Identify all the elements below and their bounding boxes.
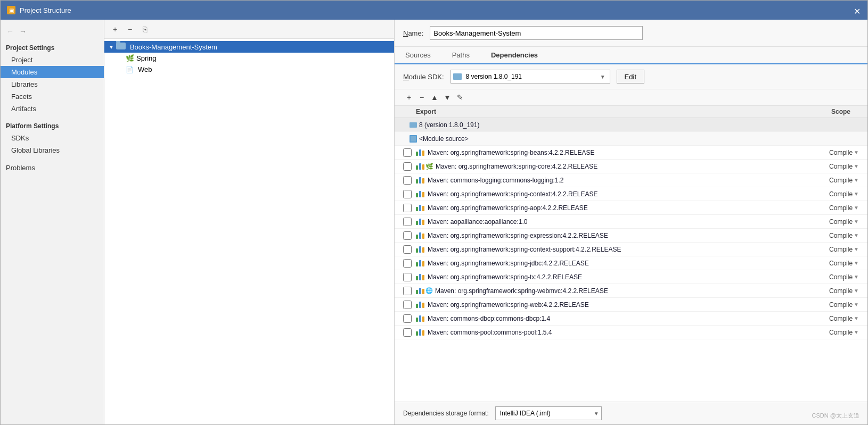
dep-scope-6: Compile▼ xyxy=(816,232,859,239)
sdk-select-value: 8 version 1.8.0_191 xyxy=(464,73,600,80)
edit-dep-button[interactable]: ✎ xyxy=(454,91,466,103)
dep-checkbox-6[interactable] xyxy=(403,231,412,240)
sidebar-item-libraries[interactable]: Libraries xyxy=(1,78,104,90)
chevron-down-icon: ▼ xyxy=(854,302,859,307)
module-sdk-select[interactable]: 8 version 1.8.0_191 ▼ xyxy=(451,70,610,84)
storage-format-select[interactable]: IntelliJ IDEA (.iml) ▼ xyxy=(495,406,602,420)
sdk-folder-icon xyxy=(453,73,462,80)
tree-item-spring[interactable]: 🌿 Spring xyxy=(121,53,394,64)
dep-row-6[interactable]: Maven: org.springframework:spring-expres… xyxy=(395,229,867,243)
storage-format-label: Dependencies storage format: xyxy=(403,410,489,417)
sidebar: ← → Project Settings Project Modules Lib… xyxy=(1,20,104,424)
dep-checkbox-3[interactable] xyxy=(403,190,412,198)
dep-name-13: Maven: commons-pool:commons-pool:1.5.4 xyxy=(428,329,816,336)
window-title: Project Structure xyxy=(20,6,71,14)
sidebar-item-global-libraries[interactable]: Global Libraries xyxy=(1,144,104,156)
chevron-down-icon: ▼ xyxy=(854,205,859,211)
sidebar-item-sdks[interactable]: SDKs xyxy=(1,132,104,144)
module-tree-panel: + − ⎘ ▼ Books-Management-System 🌿 xyxy=(104,20,395,424)
platform-settings-title: Platform Settings xyxy=(1,119,104,132)
dep-scope-10: Compile▼ xyxy=(816,287,859,295)
close-button[interactable]: ✕ xyxy=(854,6,861,14)
dep-scope-5: Compile▼ xyxy=(816,218,859,226)
module-tree: ▼ Books-Management-System 🌿 Spring 📄 xyxy=(104,39,394,424)
dep-scope-0: Compile▼ xyxy=(816,149,859,156)
dep-checkbox-4[interactable] xyxy=(403,204,412,212)
tree-item-web[interactable]: 📄 Web xyxy=(121,64,394,75)
move-up-dep-button[interactable]: ▲ xyxy=(429,91,440,103)
dep-checkbox-2[interactable] xyxy=(403,176,412,185)
dep-row-7[interactable]: Maven: org.springframework:spring-contex… xyxy=(395,243,867,256)
dep-row-13[interactable]: Maven: commons-pool:commons-pool:1.5.4 C… xyxy=(395,326,867,339)
dep-row-sdk[interactable]: 8 (version 1.8.0_191) xyxy=(395,118,867,132)
maven-icon-5 xyxy=(416,219,424,225)
dep-name-6: Maven: org.springframework:spring-expres… xyxy=(428,232,816,239)
dep-row-2[interactable]: Maven: commons-logging:commons-logging:1… xyxy=(395,173,867,187)
remove-module-button[interactable]: − xyxy=(124,23,136,36)
tree-item-books-management[interactable]: ▼ Books-Management-System xyxy=(104,41,394,53)
dep-row-module-source[interactable]: <Module source> xyxy=(395,132,867,146)
dep-row-10[interactable]: 🌐 Maven: org.springframework:spring-webm… xyxy=(395,284,867,298)
dep-row-1[interactable]: 🌿 Maven: org.springframework:spring-core… xyxy=(395,160,867,173)
dep-checkbox-10[interactable] xyxy=(403,287,412,295)
add-module-button[interactable]: + xyxy=(109,23,121,36)
tab-paths[interactable]: Paths xyxy=(441,47,480,64)
maven-icon-4 xyxy=(416,205,424,211)
add-dep-button[interactable]: + xyxy=(403,91,415,103)
nav-arrows: ← → xyxy=(1,24,104,41)
chevron-down-icon: ▼ xyxy=(854,246,859,252)
dep-checkbox-13[interactable] xyxy=(403,328,412,337)
dep-row-5[interactable]: Maven: aopalliance:aopalliance:1.0 Compi… xyxy=(395,215,867,229)
project-structure-window: ▣ Project Structure ✕ ← → Project Settin… xyxy=(0,0,868,425)
dep-checkbox-1[interactable] xyxy=(403,162,412,171)
deps-table-header: Export Scope xyxy=(395,106,867,118)
tree-children: 🌿 Spring 📄 Web xyxy=(104,53,394,75)
sidebar-divider-1 xyxy=(1,115,104,119)
sidebar-item-facets[interactable]: Facets xyxy=(1,90,104,103)
move-down-dep-button[interactable]: ▼ xyxy=(441,91,453,103)
maven-icon-11 xyxy=(416,302,424,308)
module-name-input[interactable] xyxy=(430,26,643,40)
dependencies-table: Export Scope 8 (version 1.8.0_191) <Modu… xyxy=(395,106,867,402)
dep-row-0[interactable]: Maven: org.springframework:spring-beans:… xyxy=(395,146,867,160)
module-source-dep-name: <Module source> xyxy=(419,135,816,143)
back-button[interactable]: ← xyxy=(5,26,15,37)
tab-sources[interactable]: Sources xyxy=(395,47,441,64)
maven-icon-13 xyxy=(416,329,424,336)
dep-scope-1: Compile▼ xyxy=(816,163,859,170)
dep-name-11: Maven: org.springframework:spring-web:4.… xyxy=(428,301,816,309)
dep-scope-9: Compile▼ xyxy=(816,273,859,281)
dep-row-12[interactable]: Maven: commons-dbcp:commons-dbcp:1.4 Com… xyxy=(395,312,867,326)
tab-dependencies[interactable]: Dependencies xyxy=(480,47,548,64)
sidebar-item-artifacts[interactable]: Artifacts xyxy=(1,103,104,115)
dep-checkbox-12[interactable] xyxy=(403,314,412,323)
dep-checkbox-5[interactable] xyxy=(403,218,412,226)
dep-row-3[interactable]: Maven: org.springframework:spring-contex… xyxy=(395,187,867,201)
dep-checkbox-0[interactable] xyxy=(403,148,412,157)
dep-name-3: Maven: org.springframework:spring-contex… xyxy=(428,190,816,198)
forward-button[interactable]: → xyxy=(18,26,28,37)
dep-scope-7: Compile▼ xyxy=(816,246,859,253)
dep-name-10: Maven: org.springframework:spring-webmvc… xyxy=(435,287,816,295)
remove-dep-button[interactable]: − xyxy=(416,91,428,103)
dep-checkbox-8[interactable] xyxy=(403,259,412,268)
dep-checkbox-7[interactable] xyxy=(403,245,412,254)
sidebar-item-project[interactable]: Project xyxy=(1,54,104,66)
name-label: Name: xyxy=(403,29,423,37)
web-dep-icon: 🌐 xyxy=(425,287,433,294)
module-tabs: Sources Paths Dependencies xyxy=(395,47,867,64)
dep-checkbox-11[interactable] xyxy=(403,301,412,309)
dep-row-11[interactable]: Maven: org.springframework:spring-web:4.… xyxy=(395,298,867,312)
sdk-edit-button[interactable]: Edit xyxy=(617,70,644,84)
sidebar-item-problems[interactable]: Problems xyxy=(1,161,104,175)
dep-row-4[interactable]: Maven: org.springframework:spring-aop:4.… xyxy=(395,201,867,215)
dep-checkbox-9[interactable] xyxy=(403,273,412,281)
sidebar-item-modules[interactable]: Modules xyxy=(1,66,104,78)
maven-icon-12 xyxy=(416,315,424,322)
dep-row-9[interactable]: Maven: org.springframework:spring-tx:4.2… xyxy=(395,270,867,284)
copy-module-button[interactable]: ⎘ xyxy=(138,23,151,36)
chevron-down-icon: ▼ xyxy=(109,44,114,50)
dep-scope-3: Compile▼ xyxy=(816,190,859,198)
module-sdk-label: Module SDK: xyxy=(403,73,444,81)
dep-row-8[interactable]: Maven: org.springframework:spring-jdbc:4… xyxy=(395,256,867,270)
